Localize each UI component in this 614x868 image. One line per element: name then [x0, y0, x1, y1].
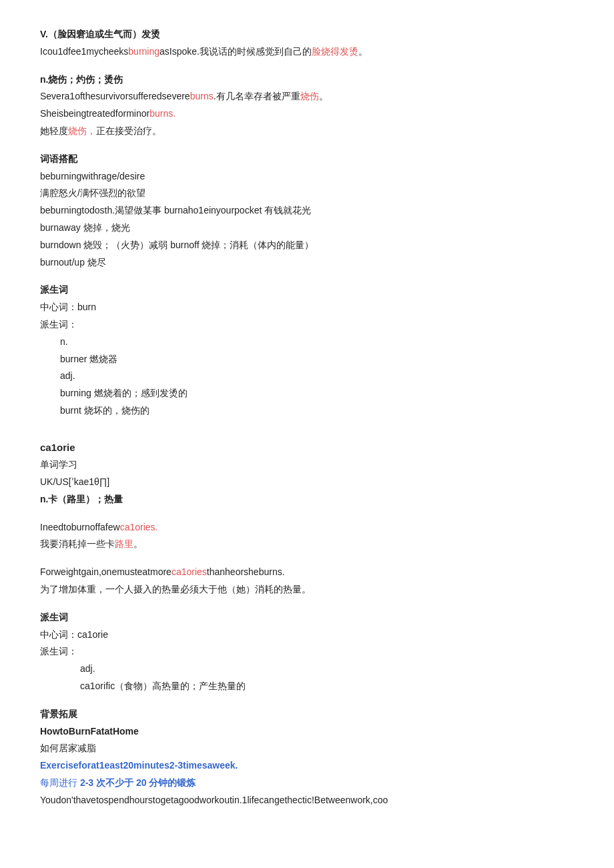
derivative-burn-burner: burner 燃烧器 [60, 352, 574, 368]
calorie-pos: n.卡（路里）；热量 [40, 492, 574, 508]
derivative-burn-adj: adj. [60, 368, 574, 384]
calorie-highlight-1: ca1ories. [120, 522, 158, 532]
derivatives-burn-center: 中心词：burn [40, 300, 574, 316]
burn-v-pos-text: V. [40, 29, 48, 39]
background-section: 背景拓展 HowtoBurnFatatHome 如何居家减脂 Exercisef… [40, 707, 574, 809]
calorie-highlight-2: ca1ories [172, 566, 207, 577]
burns-cn-highlight-1: 烧伤 [300, 91, 319, 101]
burn-highlight-1: burning [128, 46, 160, 57]
exercise-link-span: Exerciseforat1east20minutes2-3timesaweek… [40, 760, 238, 771]
calorie-derivatives-section: 派生词 中心词：ca1orie 派生词： adj. ca1orific（食物）高… [40, 610, 574, 695]
burn-n-section: n.烧伤；灼伤；烫伤 Severa1ofthesurvivorsuffereds… [40, 72, 574, 139]
derivative-burn-burning: burning 燃烧着的；感到发烫的 [60, 386, 574, 402]
calorie-example-2-cn: 为了增加体重，一个人摄入的热量必须大于他（她）消耗的热量。 [40, 582, 574, 598]
burn-v-pos: V.（脸因窘迫或生气而）发烫 [40, 27, 574, 43]
derivatives-burn-label: 派生词 [40, 282, 574, 298]
burn-n-example-1-en: Severa1ofthesurvivorsufferedsevereburns.… [40, 89, 574, 105]
calorie-section: ca1orie 单词学习 UK/US[ˈkae1θ∏] n.卡（路里）；热量 [40, 439, 574, 508]
calorie-derivatives-center: 中心词：ca1orie [40, 627, 574, 643]
exercise-link-text: Exerciseforat1east20minutes2-3timesaweek… [40, 758, 574, 774]
calorie-derivatives-sublabel: 派生词： [40, 644, 574, 660]
derivatives-burn-sublabel: 派生词： [40, 317, 574, 333]
burn-v-section: V.（脸因窘迫或生气而）发烫 Icou1dfee1mycheeksburning… [40, 27, 574, 60]
burn-n-pos: n.烧伤；灼伤；烫伤 [40, 72, 574, 88]
derivative-burn-burnt: burnt 烧坏的，烧伤的 [60, 403, 574, 419]
calorie-section-label: 单词学习 [40, 457, 574, 473]
calorie-example-1-section: Ineedtoburnoffafewca1ories. 我要消耗掉一些卡路里。 [40, 520, 574, 553]
weekly-note: 每周进行 2-3 次不少于 20 分钟的锻炼 [40, 775, 574, 791]
calorie-derivatives-label: 派生词 [40, 610, 574, 626]
derivatives-burn-section: 派生词 中心词：burn 派生词： n. burner 燃烧器 adj. bur… [40, 282, 574, 418]
calorie-phonetics: UK/US[ˈkae1θ∏] [40, 474, 574, 490]
burns-highlight-1: burns [190, 91, 214, 101]
collocation-label: 词语搭配 [40, 151, 574, 167]
background-subtitle-cn: 如何居家减脂 [40, 741, 574, 757]
burns-cn-highlight-2: 烧伤， [68, 125, 96, 136]
calorie-cn-highlight-1: 路里 [115, 538, 133, 549]
calorie-derivatives-items: adj. ca1orific（食物）高热量的；产生热量的 [40, 661, 574, 695]
calorie-derivative-adj: adj. [80, 661, 574, 677]
burn-v-example-en: Icou1dfee1mycheeksburningasIspoke.我说话的时候… [40, 44, 574, 60]
burn-n-example-2-cn: 她轻度烧伤，正在接受治疗。 [40, 123, 574, 139]
collocation-section: 词语搭配 beburningwithrage/desire 满腔怒火/满怀强烈的… [40, 151, 574, 271]
collocation-item-2: beburningtodosth.渴望做某事 burnaho1einyourpo… [40, 203, 574, 219]
burn-cn-highlight-1: 脸烧得发烫 [312, 46, 358, 57]
calorie-example-1-cn: 我要消耗掉一些卡路里。 [40, 536, 574, 552]
burn-n-example-2-en: Sheisbeingtreatedforminorburns. [40, 106, 574, 122]
collocation-item-5: burnout/up 烧尽 [40, 255, 574, 271]
calorie-example-2-section: Forweightgain,onemusteatmoreca1oriesthan… [40, 564, 574, 598]
collocation-item-4: burndown 烧毁；（火势）减弱 burnoff 烧掉；消耗（体内的能量） [40, 238, 574, 254]
background-subtitle: HowtoBurnFatatHome [40, 724, 574, 740]
derivatives-burn-items: n. burner 燃烧器 adj. burning 燃烧着的；感到发烫的 bu… [40, 334, 574, 419]
calorie-derivative-calorific: ca1orific（食物）高热量的；产生热量的 [80, 679, 574, 695]
weekly-bold: 2-3 次不少于 20 分钟的锻炼 [80, 777, 196, 788]
background-label: 背景拓展 [40, 707, 574, 723]
calorie-example-2-en: Forweightgain,onemusteatmoreca1oriesthan… [40, 564, 574, 580]
collocation-item-1-cn: 满腔怒火/满怀强烈的欲望 [40, 185, 574, 201]
calorie-word: ca1orie [40, 439, 574, 456]
bottom-text: Youdon'thavetospendhourstogetagoodworkou… [40, 793, 574, 809]
calorie-example-1-en: Ineedtoburnoffafewca1ories. [40, 520, 574, 536]
collocation-item-3: burnaway 烧掉，烧光 [40, 220, 574, 236]
collocation-item-1: beburningwithrage/desire [40, 169, 574, 185]
burns-highlight-2: burns. [149, 108, 176, 119]
derivative-burn-n: n. [60, 334, 574, 350]
